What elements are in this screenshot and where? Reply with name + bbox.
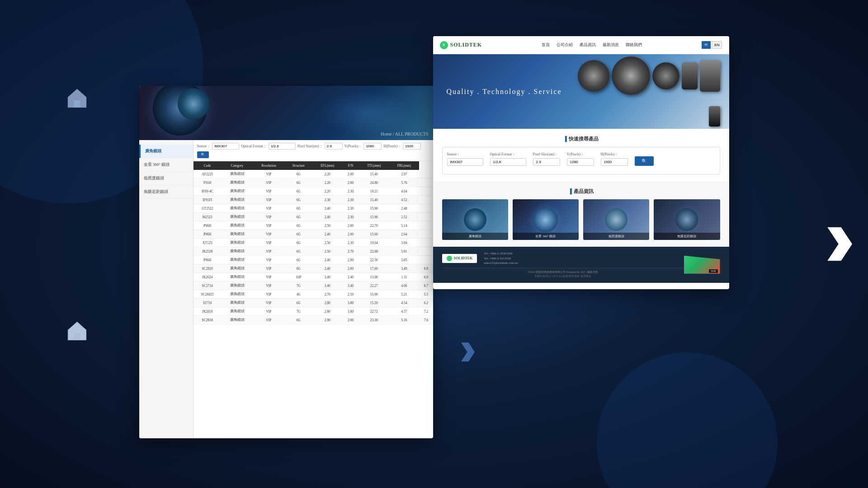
nav-products[interactable]: 產品資訊 [580, 42, 596, 48]
table-cell: 15.40 [359, 196, 389, 204]
pixel-input-left[interactable] [325, 143, 343, 150]
nav-home[interactable]: 首頁 [542, 42, 550, 48]
hero-lenses [571, 54, 729, 129]
product-card-fisheye[interactable]: 魚眼近距鏡頭 [654, 199, 720, 240]
table-cell: 5.21 [389, 290, 420, 299]
table-cell: 6G [285, 178, 313, 187]
table-cell: JK2624 [193, 273, 222, 282]
table-cell: SC2820 [193, 264, 222, 273]
lens-decoration [153, 86, 207, 136]
table-cell: 廣角鏡頭 [222, 256, 253, 264]
product-card-wide[interactable]: 廣角鏡頭 [442, 199, 508, 240]
table-cell: 22.70 [359, 221, 389, 230]
table-cell: VIP [253, 282, 284, 290]
table-row: SC2714廣角鏡頭VIP7G3.403.4022.274.066.7 [193, 282, 433, 290]
table-cell: 廣角鏡頭 [222, 273, 253, 282]
search-button-right[interactable]: 🔍 [635, 156, 654, 166]
pixel-label-left: Pixel Size(um)： [297, 144, 323, 149]
table-cell: 2.20 [312, 178, 342, 187]
logo-area: S SOLIDTEK [440, 41, 482, 49]
top-button[interactable]: TOP [709, 269, 717, 273]
table-cell: 廣角鏡頭 [222, 264, 253, 273]
table-cell: VIP [253, 316, 284, 324]
table-cell: 2.40 [342, 273, 359, 282]
product-table-scroll[interactable]: Code Category Resolution Structure EFL(m… [193, 161, 433, 437]
table-cell: 2.40 [312, 273, 342, 282]
h-input-left[interactable] [403, 143, 421, 150]
table-cell: S2718 [193, 299, 222, 307]
sensor-field: Sensor： [447, 152, 483, 166]
table-cell: 16P [285, 273, 313, 282]
sidebar-item-360[interactable]: 全景 360° 鏡頭 [139, 158, 193, 172]
footer-captcha: 本網站使用reCAPTCHA版權聲明 聯絡 使用條款 [442, 274, 684, 278]
sidebar-item-low-light[interactable]: 低照度鏡頭 [139, 172, 193, 185]
table-cell: 廣角鏡頭 [222, 213, 253, 221]
sensor-input-right[interactable] [447, 158, 483, 166]
table-row: SC2820廣角鏡頭VIP6G2.402.0017.603.496.9 [193, 264, 433, 273]
table-cell: 廣角鏡頭 [222, 204, 253, 213]
lang-cn-button[interactable]: 中 [702, 41, 711, 49]
table-cell: 6.2 [419, 299, 433, 307]
table-cell: 3.40 [342, 282, 359, 290]
table-cell: 2.70 [312, 290, 342, 299]
table-cell: 3.49 [389, 264, 420, 273]
table-cell: 廣角鏡頭 [222, 196, 253, 204]
table-cell: 7.2 [419, 307, 433, 316]
v-input-left[interactable] [363, 143, 382, 150]
h-field: H(Pixels)： [601, 152, 628, 166]
table-cell: 2.00 [342, 178, 359, 187]
optical-input-right[interactable] [490, 158, 526, 166]
browser-left: Home / ALL PRODUCTS 廣角鏡頭 全景 360° 鏡頭 低照度鏡… [139, 86, 433, 438]
pixel-input-right[interactable] [533, 158, 560, 166]
table-cell: 6G [285, 247, 313, 256]
table-cell: 24.80 [359, 178, 389, 187]
table-cell: VIP [253, 247, 284, 256]
search-row: Sensor： Optical Format： Pixel Size(um)： … [447, 152, 715, 166]
browser-right: S SOLIDTEK 首頁 公司介紹 產品資訊 最新消息 聯絡我們 中 EN Q… [433, 36, 729, 289]
table-cell: 2.40 [312, 204, 342, 213]
pixel-label-right: Pixel Size(um)： [533, 152, 560, 157]
product-card-lowlight[interactable]: 低照度鏡頭 [583, 199, 649, 240]
table-cell: 廣角鏡頭 [222, 187, 253, 196]
h-input-right[interactable] [601, 158, 628, 166]
lens-large [578, 60, 609, 92]
v-input-right[interactable] [567, 158, 594, 166]
table-cell: 6G [285, 230, 313, 239]
table-cell: 廣角鏡頭 [222, 282, 253, 290]
table-row: IF89-4C廣角鏡頭VIP6G2.202.3019.214.04 [193, 187, 433, 196]
nav-about[interactable]: 公司介紹 [557, 42, 573, 48]
logo-text: SOLIDTEK [450, 42, 482, 48]
table-cell: 廣角鏡頭 [222, 178, 253, 187]
sensor-input-left[interactable] [212, 143, 239, 150]
house-icon-bottom [67, 321, 87, 341]
table-cell: 3.40 [312, 282, 342, 290]
nav-arrow-right[interactable] [827, 227, 852, 261]
table-cell: 6G [285, 299, 313, 307]
nav-news[interactable]: 最新消息 [603, 42, 619, 48]
table-cell: VIP [253, 264, 284, 273]
lens-cylinder2 [700, 60, 720, 92]
table-cell: VIP [253, 273, 284, 282]
table-cell: 22.68 [359, 247, 389, 256]
sidebar-item-wide-angle[interactable]: 廣角鏡頭 [139, 145, 193, 158]
table-cell: 2.70 [342, 247, 359, 256]
table-cell: 15.90 [359, 290, 389, 299]
nav-contact[interactable]: 聯絡我們 [626, 42, 642, 48]
table-cell: 5.05 [389, 256, 420, 264]
table-cell: 6G [285, 170, 313, 178]
optical-input-left[interactable] [269, 143, 296, 150]
table-cell: IF91FI [193, 196, 222, 204]
card-label-1: 廣角鏡頭 [442, 233, 508, 240]
footer-contact: Tel: +886-2-29301809 Tel: +886-5-5313538… [484, 251, 518, 266]
table-cell: 廣角鏡頭 [222, 290, 253, 299]
product-card-360[interactable]: 全景 360° 鏡頭 [513, 199, 579, 240]
left-hero: Home / ALL PRODUCTS [139, 86, 433, 140]
table-cell: 2.50 [342, 290, 359, 299]
optical-label-right: Optical Format： [490, 152, 526, 157]
table-cell: 廣角鏡頭 [222, 230, 253, 239]
products-section: 產品資訊 廣角鏡頭 全景 360° 鏡頭 [433, 181, 729, 247]
lang-en-button[interactable]: EN [712, 41, 722, 49]
table-row: IF91FI廣角鏡頭VIP6G2.302.3015.404.52 [193, 196, 433, 204]
search-button-left[interactable]: 🔍 [197, 151, 209, 158]
sidebar-item-fisheye[interactable]: 魚眼近距鏡頭 [139, 185, 193, 199]
